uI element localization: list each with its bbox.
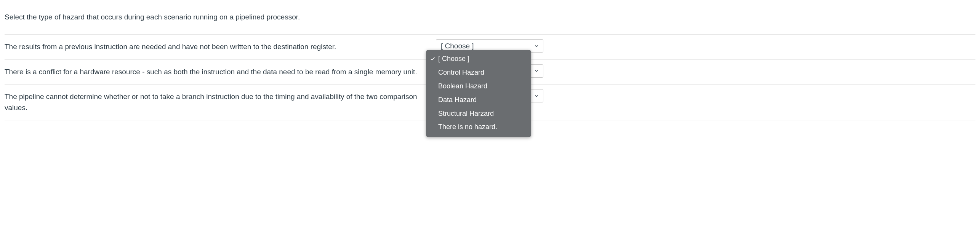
dropdown-option[interactable]: Boolean Hazard bbox=[426, 80, 531, 93]
dropdown-option[interactable]: Control Hazard bbox=[426, 66, 531, 80]
question-container: Select the type of hazard that occurs du… bbox=[0, 0, 980, 131]
dropdown-option-label: [ Choose ] bbox=[438, 54, 469, 64]
dropdown-option[interactable]: Data Hazard bbox=[426, 93, 531, 107]
dropdown-option[interactable]: There is no hazard. bbox=[426, 120, 531, 131]
question-prompt: Select the type of hazard that occurs du… bbox=[5, 5, 975, 34]
check-icon bbox=[430, 56, 438, 62]
chevron-down-icon bbox=[534, 93, 539, 99]
chevron-down-icon bbox=[534, 43, 539, 49]
select-value: [ Choose ] bbox=[441, 42, 474, 50]
row-stem: The pipeline cannot determine whether or… bbox=[5, 85, 436, 120]
dropdown-option-label: Control Hazard bbox=[438, 67, 484, 78]
dropdown-option-label: Boolean Hazard bbox=[438, 81, 487, 92]
chevron-down-icon bbox=[534, 68, 539, 74]
dropdown-option-label: There is no hazard. bbox=[438, 122, 497, 131]
row-stem: There is a conflict for a hardware resou… bbox=[5, 60, 436, 85]
dropdown-option[interactable]: [ Choose ] bbox=[426, 52, 531, 66]
dropdown-option-label: Data Hazard bbox=[438, 95, 477, 106]
dropdown-option-label: Structural Harzard bbox=[438, 109, 494, 119]
dropdown-option[interactable]: Structural Harzard bbox=[426, 107, 531, 121]
row-stem: The results from a previous instruction … bbox=[5, 35, 436, 59]
dropdown-menu: [ Choose ] Control Hazard Boolean Hazard… bbox=[426, 50, 531, 131]
